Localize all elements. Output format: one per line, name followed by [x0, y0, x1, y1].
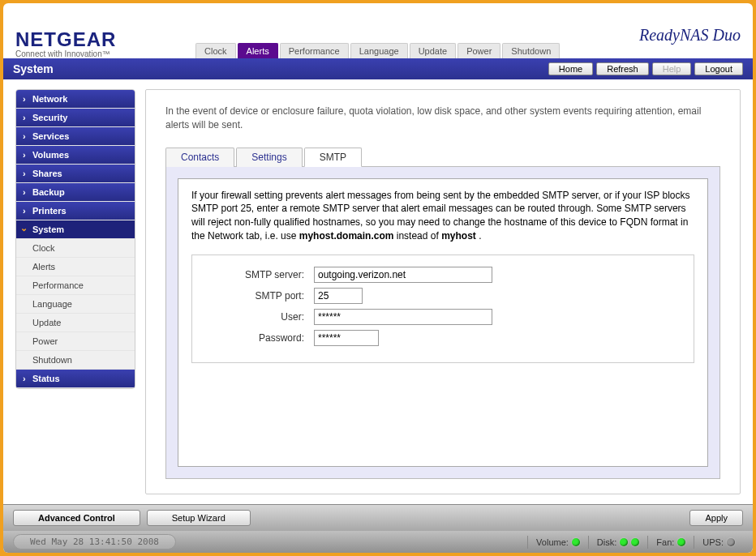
apply-button[interactable]: Apply	[689, 510, 743, 526]
ups-led-icon	[727, 538, 735, 546]
status-fan: Fan:	[647, 536, 694, 549]
sidebar-item-status[interactable]: Status	[16, 370, 135, 388]
sidebar-item-network[interactable]: Network	[16, 90, 135, 109]
sidebar-sub-performance[interactable]: Performance	[16, 276, 135, 295]
setup-wizard-button[interactable]: Setup Wizard	[147, 510, 251, 526]
input-smtp-server[interactable]	[314, 267, 492, 283]
sidebar-item-system[interactable]: System	[16, 220, 135, 239]
input-smtp-password[interactable]	[314, 330, 379, 346]
page-title: System	[13, 62, 54, 75]
header: NETGEAR Connect with Innovation™ Clock A…	[3, 3, 753, 58]
subtabs: Contacts Settings SMTP	[165, 147, 720, 167]
bottom-bar: Advanced Control Setup Wizard Apply	[3, 504, 753, 531]
status-ups: UPS:	[694, 536, 743, 549]
disk-led-2-icon	[631, 538, 639, 546]
input-smtp-port[interactable]	[314, 288, 363, 304]
top-tab-shutdown[interactable]: Shutdown	[502, 43, 560, 58]
status-indicators: Volume: Disk: Fan: UPS:	[527, 536, 743, 549]
subtab-settings[interactable]: Settings	[236, 148, 302, 167]
logo-area: NETGEAR Connect with Innovation™	[15, 28, 116, 58]
row-smtp-user: User:	[208, 309, 677, 325]
status-disk-label: Disk:	[597, 537, 616, 547]
brand-logo: NETGEAR	[15, 28, 116, 51]
status-disk: Disk:	[588, 536, 647, 549]
app-frame: NETGEAR Connect with Innovation™ Clock A…	[3, 3, 753, 553]
top-tabs: Clock Alerts Performance Language Update…	[195, 43, 560, 58]
label-smtp-server: SMTP server:	[208, 269, 314, 280]
top-tab-performance[interactable]: Performance	[280, 43, 349, 58]
top-tab-language[interactable]: Language	[350, 43, 408, 58]
row-smtp-port: SMTP port:	[208, 288, 677, 304]
sidebar-sub-power[interactable]: Power	[16, 332, 135, 351]
label-smtp-password: Password:	[208, 332, 314, 344]
input-smtp-user[interactable]	[314, 309, 492, 325]
sidebar-item-services[interactable]: Services	[16, 127, 135, 146]
sidebar-item-volumes[interactable]: Volumes	[16, 146, 135, 165]
status-volume-label: Volume:	[536, 537, 569, 547]
smtp-form: SMTP server: SMTP port: User: Passw	[191, 254, 694, 363]
logout-button[interactable]: Logout	[694, 62, 743, 75]
help-bold2: myhost	[441, 230, 476, 242]
top-tab-alerts[interactable]: Alerts	[238, 43, 278, 58]
status-fan-label: Fan:	[656, 537, 674, 547]
sidebar-item-printers[interactable]: Printers	[16, 202, 135, 220]
status-datetime: Wed May 28 13:41:50 2008	[13, 534, 176, 550]
disk-led-1-icon	[620, 538, 628, 546]
brand-tagline: Connect with Innovation™	[15, 49, 116, 58]
sidebar-item-backup[interactable]: Backup	[16, 183, 135, 202]
main-area: Network Security Services Volumes Shares…	[3, 79, 753, 504]
help-button[interactable]: Help	[652, 62, 692, 75]
sidebar-sub-update[interactable]: Update	[16, 314, 135, 332]
title-bar-buttons: Home Refresh Help Logout	[548, 62, 743, 75]
sidebar-sub-shutdown[interactable]: Shutdown	[16, 351, 135, 370]
copyright: Copyright © 1996-2008 NETGEAR ®	[3, 553, 753, 556]
top-tab-power[interactable]: Power	[457, 43, 500, 58]
volume-led-icon	[572, 538, 580, 546]
sidebar-sub-clock[interactable]: Clock	[16, 239, 135, 258]
label-smtp-user: User:	[208, 311, 314, 323]
sidebar-sub-alerts[interactable]: Alerts	[16, 258, 135, 276]
smtp-help-text: If your firewall setting prevents alert …	[191, 189, 694, 243]
sidebar-sub-language[interactable]: Language	[16, 295, 135, 314]
sidebar: Network Security Services Volumes Shares…	[15, 89, 135, 389]
home-button[interactable]: Home	[548, 62, 593, 75]
smtp-panel: If your firewall setting prevents alert …	[165, 167, 720, 479]
label-smtp-port: SMTP port:	[208, 290, 314, 302]
fan-led-icon	[677, 538, 685, 546]
row-smtp-password: Password:	[208, 330, 677, 346]
row-smtp-server: SMTP server:	[208, 267, 677, 283]
help-suffix: .	[476, 230, 482, 242]
content-panel: In the event of device or enclosure fail…	[145, 89, 741, 494]
top-tab-update[interactable]: Update	[410, 43, 456, 58]
bottom-left: Advanced Control Setup Wizard	[13, 510, 251, 526]
intro-text: In the event of device or enclosure fail…	[165, 105, 720, 132]
status-ups-label: UPS:	[702, 537, 724, 547]
help-bold1: myhost.domain.com	[299, 230, 394, 242]
status-volume: Volume:	[527, 536, 588, 549]
smtp-panel-inner: If your firewall setting prevents alert …	[178, 178, 708, 467]
subtab-contacts[interactable]: Contacts	[165, 148, 234, 167]
status-bar: Wed May 28 13:41:50 2008 Volume: Disk: F…	[3, 531, 753, 553]
sidebar-item-security[interactable]: Security	[16, 109, 135, 127]
product-name: ReadyNAS Duo	[639, 26, 741, 45]
help-mid: instead of	[393, 230, 441, 242]
sidebar-item-shares[interactable]: Shares	[16, 165, 135, 183]
subtab-smtp[interactable]: SMTP	[304, 148, 362, 167]
title-bar: System Home Refresh Help Logout	[3, 58, 753, 79]
advanced-control-button[interactable]: Advanced Control	[13, 510, 140, 526]
refresh-button[interactable]: Refresh	[596, 62, 649, 75]
top-tab-clock[interactable]: Clock	[195, 43, 236, 58]
